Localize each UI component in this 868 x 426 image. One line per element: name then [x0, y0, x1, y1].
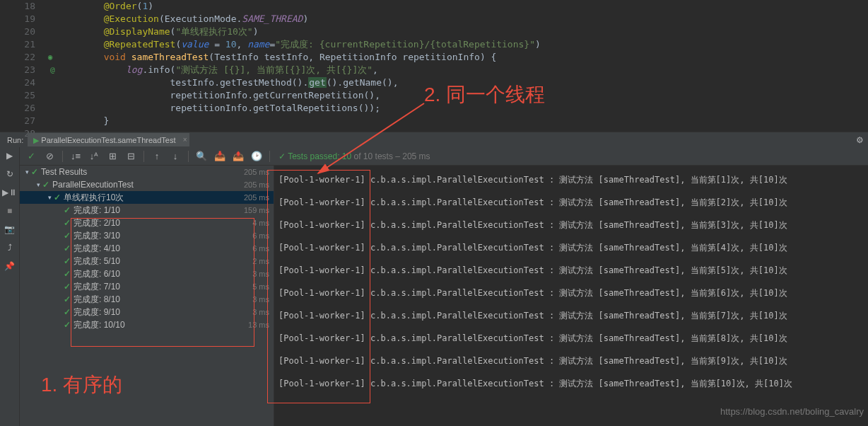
console-line: [Pool-1-worker-1] c.b.a.s.impl.ParallelE…: [278, 191, 864, 214]
console-line: [Pool-1-worker-1] c.b.a.s.impl.ParallelE…: [278, 236, 864, 259]
gear-icon[interactable]: ⚙: [856, 135, 864, 145]
zoom-button[interactable]: 🔍: [194, 149, 209, 163]
tree-repetition[interactable]: ✓完成度: 6/103 ms: [20, 267, 274, 280]
console-line: [Pool-1-worker-1] c.b.a.s.impl.ParallelE…: [278, 372, 864, 395]
tree-test[interactable]: ▾✓ 单线程执行10次 205 ms: [20, 191, 274, 204]
export-button[interactable]: 📤: [231, 149, 245, 163]
console-line: [Pool-1-worker-1] c.b.a.s.impl.ParallelE…: [278, 350, 864, 372]
test-toolbar: ✓ ⊘ ↓≡ ↓ᴬ ⊞ ⊟ ↑ ↓ 🔍 📥 📤 🕑 ✓ Tests passed…: [20, 147, 868, 166]
watermark: https://blog.csdn.net/boling_cavalry: [720, 401, 864, 423]
pin-button[interactable]: 📌: [4, 260, 16, 272]
tests-summary: ✓ Tests passed: 10 of 10 tests – 205 ms: [278, 151, 430, 161]
import-button[interactable]: 📥: [213, 149, 227, 163]
code-editor[interactable]: 18 19 20 21 22 23 24 25 26 27 28 ◉ @ @Or…: [0, 0, 868, 132]
console-line: [Pool-1-worker-1] c.b.a.s.impl.ParallelE…: [278, 168, 864, 191]
run-tab[interactable]: ▶ ParallelExecutionTest.sameThreadTest ×: [28, 133, 189, 146]
code-body[interactable]: @Order(1) @Execution(ExecutionMode.SAME_…: [59, 0, 868, 132]
tree-repetition[interactable]: ✓完成度: 4/106 ms: [20, 242, 274, 255]
console-line: [Pool-1-worker-1] c.b.a.s.impl.ParallelE…: [278, 214, 864, 236]
next-button[interactable]: ↓: [168, 149, 182, 163]
restore-layout-button[interactable]: ⤴: [4, 242, 16, 253]
tree-repetition[interactable]: ✓完成度: 2/104 ms: [20, 217, 274, 229]
sort-button[interactable]: ↓≡: [69, 149, 83, 163]
test-tree[interactable]: ▾✓ Test Results 205 ms ▾✓ ParallelExecut…: [20, 166, 274, 426]
tree-repetition[interactable]: ✓完成度: 7/105 ms: [20, 280, 274, 293]
collapse-all-button[interactable]: ⊟: [124, 149, 138, 163]
tree-suite[interactable]: ▾✓ ParallelExecutionTest 205 ms: [20, 178, 274, 191]
tree-repetition[interactable]: ✓完成度: 5/102 ms: [20, 255, 274, 267]
rerun-failed-button[interactable]: ↻: [4, 168, 16, 180]
line-numbers: 18 19 20 21 22 23 24 25 26 27 28: [0, 0, 41, 132]
console-line: [Pool-1-worker-1] c.b.a.s.impl.ParallelE…: [278, 327, 864, 350]
tree-repetition[interactable]: ✓完成度: 9/103 ms: [20, 306, 274, 318]
run-tab-label: ParallelExecutionTest.sameThreadTest: [41, 136, 175, 144]
run-label: Run:: [3, 136, 28, 144]
show-ignored-button[interactable]: ⊘: [42, 149, 57, 163]
gutter-icons: ◉ @: [41, 0, 59, 132]
expand-all-button[interactable]: ⊞: [105, 149, 119, 163]
console-line: [Pool-1-worker-1] c.b.a.s.impl.ParallelE…: [278, 259, 864, 282]
prev-button[interactable]: ↑: [150, 149, 164, 163]
console-output[interactable]: [Pool-1-worker-1] c.b.a.s.impl.ParallelE…: [274, 166, 868, 426]
toggle-auto-button[interactable]: ▶⏸: [4, 187, 16, 198]
show-passed-button[interactable]: ✓: [24, 149, 38, 163]
tree-repetition[interactable]: ✓完成度: 8/103 ms: [20, 293, 274, 306]
console-line: [Pool-1-worker-1] c.b.a.s.impl.ParallelE…: [278, 282, 864, 304]
left-rail: ▶ ↻ ▶⏸ ■ 📷 ⤴ 📌: [0, 147, 20, 426]
run-gutter-icon[interactable]: ◉ @: [41, 51, 59, 64]
console-line: [Pool-1-worker-1] c.b.a.s.impl.ParallelE…: [278, 304, 864, 327]
stop-button[interactable]: ■: [4, 205, 16, 217]
camera-icon[interactable]: 📷: [4, 224, 16, 235]
tree-repetition[interactable]: ✓完成度: 3/106 ms: [20, 229, 274, 242]
close-icon[interactable]: ×: [183, 136, 187, 144]
tree-root[interactable]: ▾✓ Test Results 205 ms: [20, 166, 274, 178]
run-tab-icon: ▶: [33, 136, 39, 144]
tree-repetition[interactable]: ✓完成度: 1/10159 ms: [20, 204, 274, 217]
sort-alpha-button[interactable]: ↓ᴬ: [87, 149, 101, 163]
rerun-button[interactable]: ▶: [4, 150, 16, 161]
tree-repetition[interactable]: ✓完成度: 10/1013 ms: [20, 318, 274, 331]
history-button[interactable]: 🕑: [250, 149, 264, 163]
